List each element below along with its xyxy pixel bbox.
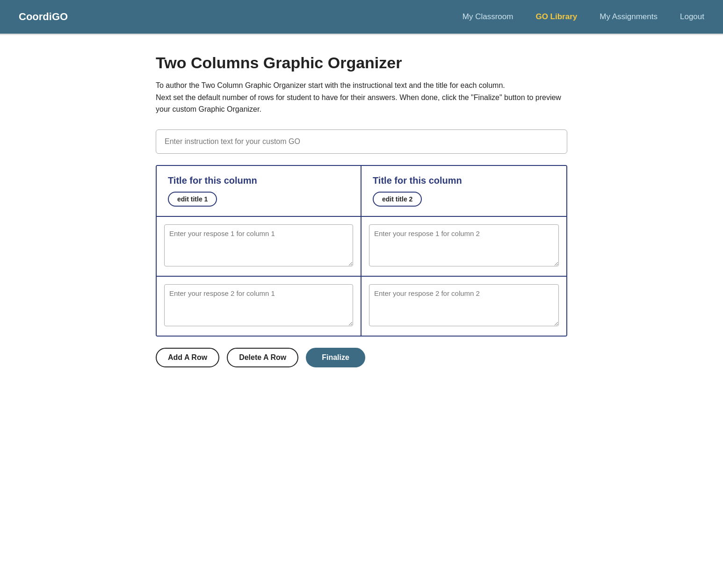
cell-row1-col2 (362, 217, 566, 276)
nav-divider (0, 34, 723, 35)
response-2-col2-input[interactable] (369, 284, 559, 326)
brand-logo: CoordiGO (19, 11, 463, 23)
column-1-header: Title for this column edit title 1 (157, 166, 362, 216)
cell-row1-col1 (157, 217, 362, 276)
column-2-header: Title for this column edit title 2 (362, 166, 566, 216)
column-2-title: Title for this column (373, 175, 555, 186)
page-title: Two Columns Graphic Organizer (156, 54, 567, 72)
organizer-rows (157, 217, 566, 336)
cell-row2-col1 (157, 277, 362, 336)
page-description: To author the Two Column Graphic Organiz… (156, 79, 567, 115)
organizer-table: Title for this column edit title 1 Title… (156, 165, 567, 337)
column-1-title: Title for this column (168, 175, 349, 186)
edit-title-1-button[interactable]: edit title 1 (168, 192, 217, 207)
organizer-header: Title for this column edit title 1 Title… (157, 166, 566, 217)
add-row-button[interactable]: Add A Row (156, 348, 219, 367)
action-buttons: Add A Row Delete A Row Finalize (156, 348, 567, 367)
go-library-link[interactable]: GO Library (535, 12, 577, 22)
response-1-col1-input[interactable] (164, 224, 353, 266)
logout-link[interactable]: Logout (680, 12, 704, 22)
cell-row2-col2 (362, 277, 566, 336)
table-row (157, 277, 566, 336)
finalize-button[interactable]: Finalize (306, 348, 365, 367)
my-classroom-link[interactable]: My Classroom (463, 12, 513, 22)
table-row (157, 217, 566, 277)
instruction-input[interactable] (156, 129, 567, 154)
response-2-col1-input[interactable] (164, 284, 353, 326)
delete-row-button[interactable]: Delete A Row (227, 348, 298, 367)
edit-title-2-button[interactable]: edit title 2 (373, 192, 422, 207)
my-assignments-link[interactable]: My Assignments (600, 12, 658, 22)
response-1-col2-input[interactable] (369, 224, 559, 266)
